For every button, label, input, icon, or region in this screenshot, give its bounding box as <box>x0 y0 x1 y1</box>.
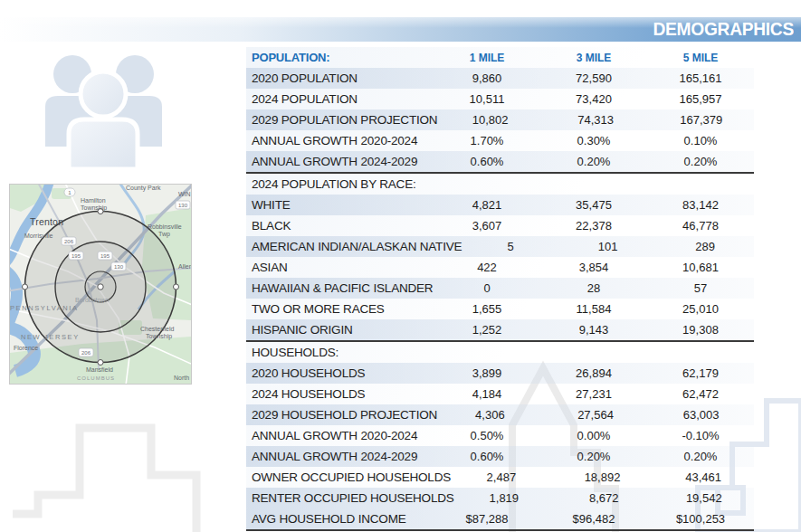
map-label-allen: Allen <box>178 263 191 270</box>
row-value: 25,010 <box>647 302 754 316</box>
map-label-win: WIN <box>178 191 191 197</box>
row-label: ASIAN <box>246 261 434 274</box>
row-value: 10,511 <box>434 92 540 106</box>
row-value: 73,420 <box>540 92 647 106</box>
row-value: 19,542 <box>654 491 754 505</box>
table-section: POPULATION:1 MILE3 MILE5 MILE2020 POPULA… <box>246 47 754 172</box>
row-value: 63,003 <box>648 408 754 422</box>
row-value: 22,378 <box>540 219 647 233</box>
row-value: 101 <box>559 240 657 253</box>
row-label: ANNUAL GROWTH 2020-2024 <box>246 429 434 442</box>
route-206-shield: 206 <box>64 239 74 244</box>
row-label: 2029 HOUSEHOLD PROJECTION <box>246 408 437 422</box>
table-row: 2024 HOUSEHOLDS4,18427,23162,472 <box>246 384 754 404</box>
row-label: ANNUAL GROWTH 2024-2029 <box>246 450 434 463</box>
route-206-shield: 206 <box>81 350 91 356</box>
route-195-shield: 195 <box>72 253 81 259</box>
row-value: 62,179 <box>647 366 754 380</box>
row-value: 0.20% <box>540 450 647 463</box>
table-row: ANNUAL GROWTH 2020-20240.50%0.00%-0.10% <box>246 425 754 446</box>
section-label: 2024 POPULATION BY RACE: <box>246 177 754 191</box>
map-label-pennsylvania: PENNSYLVANIA <box>10 304 79 312</box>
table-row: ANNUAL GROWTH 2024-20290.60%0.20%0.20% <box>246 151 754 172</box>
row-value: 57 <box>647 281 754 295</box>
route-130-shield: 130 <box>178 203 188 208</box>
row-value: 11,584 <box>540 302 647 316</box>
column-header: 3 MILE <box>540 52 647 64</box>
table-row: ANNUAL GROWTH 2020-20241.70%0.30%0.10% <box>246 130 754 151</box>
row-label: BLACK <box>246 219 434 233</box>
map-label-columbus: COLUMBUS <box>77 375 115 381</box>
row-value: 19,308 <box>647 323 754 337</box>
row-value: 0 <box>434 281 540 295</box>
table-row: OWNER OCCUPIED HOUSEHOLDS2,48718,89243,4… <box>246 467 754 488</box>
row-value: 1.70% <box>434 134 540 147</box>
row-value: 2,487 <box>451 470 552 484</box>
row-label: 2024 POPULATION <box>246 92 434 106</box>
row-label: HAWAIIAN & PACIFIC ISLANDER <box>246 281 434 295</box>
row-value: 35,475 <box>540 198 647 212</box>
row-value: 0.00% <box>540 429 647 442</box>
table-row: 2024 POPULATION10,51173,420165,957 <box>246 89 754 109</box>
table-section: HOUSEHOLDS:2020 HOUSEHOLDS3,89926,89462,… <box>246 340 754 529</box>
row-value: 9,143 <box>540 323 647 337</box>
demographics-page: DEMOGRAPHICS <box>0 0 801 532</box>
map-label-new-jersey: NEW JERSEY <box>21 333 80 341</box>
row-value: 0.20% <box>647 155 754 168</box>
table-row: HAWAIIAN & PACIFIC ISLANDER02857 <box>246 278 754 299</box>
row-value: 1,252 <box>434 323 540 337</box>
row-value: 0.60% <box>434 155 540 168</box>
row-value: $87,288 <box>434 512 540 526</box>
row-label: 2024 HOUSEHOLDS <box>246 387 434 401</box>
row-value: $100,253 <box>647 512 754 526</box>
row-value: 5 <box>462 240 559 253</box>
table-row: AVG HOUSEHOLD INCOME$87,288$96,482$100,2… <box>246 508 754 529</box>
row-value: 74,313 <box>543 113 649 127</box>
row-label: RENTER OCCUPIED HOUSEHOLDS <box>246 491 454 505</box>
column-header: 5 MILE <box>647 52 754 64</box>
row-value: 10,802 <box>437 113 543 127</box>
row-value: 0.50% <box>434 429 540 442</box>
map-label-north: North <box>174 375 189 381</box>
row-value: 4,184 <box>434 387 540 401</box>
row-value: 10,681 <box>647 261 754 274</box>
map-label-florence: Florence <box>14 345 38 351</box>
table-row: TWO OR MORE RACES1,65511,58425,010 <box>246 299 754 319</box>
skyline-watermark-left <box>0 401 226 532</box>
row-label: TWO OR MORE RACES <box>246 302 434 316</box>
row-value: 3,854 <box>540 261 647 274</box>
demographics-table: POPULATION:1 MILE3 MILE5 MILE2020 POPULA… <box>246 47 754 531</box>
row-value: 3,899 <box>434 366 540 380</box>
table-row: BLACK3,60722,37846,778 <box>246 215 754 236</box>
row-value: 62,472 <box>647 387 754 401</box>
route-130-shield: 130 <box>114 264 124 270</box>
people-group-icon <box>38 47 169 169</box>
map-label-robbinsville: Robbinsville <box>148 223 182 230</box>
section-header-row: 2024 POPULATION BY RACE: <box>246 174 754 195</box>
row-value: -0.10% <box>647 429 754 442</box>
row-value: 8,672 <box>554 491 653 505</box>
row-value: 165,161 <box>647 71 754 85</box>
row-value: 72,590 <box>540 71 647 85</box>
row-label: 2020 POPULATION <box>246 71 434 85</box>
table-row: 2020 HOUSEHOLDS3,89926,89462,179 <box>246 363 754 384</box>
row-label: AMERICAN INDIAN/ALASKAN NATIVE <box>246 240 462 253</box>
row-value: 4,306 <box>437 408 543 422</box>
row-label: AVG HOUSEHOLD INCOME <box>246 512 434 526</box>
map-label-trenton: Trenton <box>30 216 63 227</box>
row-value: 1,819 <box>454 491 554 505</box>
row-value: 0.20% <box>647 450 754 463</box>
map-label-morrisville: Morrisville <box>24 233 53 239</box>
row-value: 27,231 <box>540 387 647 401</box>
row-value: 0.60% <box>434 450 540 463</box>
column-header: 1 MILE <box>434 52 540 64</box>
radius-map-image: 1 130 206 195 195 130 206 County Park WI… <box>9 184 192 385</box>
table-row: 2029 HOUSEHOLD PROJECTION4,30627,56463,0… <box>246 404 754 425</box>
row-value: 4,821 <box>434 198 540 212</box>
section-header-row: POPULATION:1 MILE3 MILE5 MILE <box>246 47 754 68</box>
row-value: 3,607 <box>434 219 540 233</box>
row-value: 0.20% <box>540 155 647 168</box>
row-value: 0.30% <box>540 134 647 147</box>
row-value: 18,892 <box>552 470 653 484</box>
map-label-robbinsville-2: Twp <box>158 231 170 238</box>
